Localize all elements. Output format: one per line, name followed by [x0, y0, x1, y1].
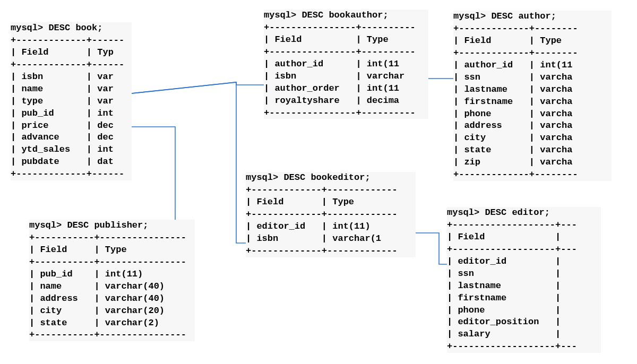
table-row: | editor_id |: [447, 256, 601, 268]
separator: +-------------+------: [11, 59, 132, 71]
table-row: | pub_id | int: [11, 108, 132, 120]
table-row: | firstname |: [447, 292, 601, 305]
table-row: | firstname | varcha: [453, 96, 612, 108]
separator: +----------------+----------: [264, 107, 428, 119]
table-row: | ssn |: [447, 268, 601, 280]
table-row: | state | varchar(2): [29, 317, 195, 330]
table-row: | city | varchar(20): [29, 305, 195, 317]
table-row: | author_id | int(11: [264, 58, 428, 71]
table-row: | royaltyshare | decima: [264, 95, 428, 107]
table-row: | pubdate | dat: [11, 156, 132, 168]
table-row: | isbn | var: [11, 71, 132, 83]
table-row: | editor_position |: [447, 316, 601, 328]
table-row: | isbn | varchar(1: [246, 233, 416, 245]
er-diagram: mysql> DESC book;+-------------+------| …: [0, 0, 637, 364]
relationship-line: [132, 82, 264, 93]
table-bookeditor: mysql> DESC bookeditor;+-------------+--…: [246, 172, 416, 257]
header-row: | Field |: [447, 231, 601, 244]
separator: +-------------+------: [11, 34, 132, 47]
table-publisher: mysql> DESC publisher;+-----------+-----…: [29, 220, 195, 341]
separator: +----------------+----------: [264, 22, 428, 34]
table-row: | type | var: [11, 96, 132, 108]
separator: +-------------+--------: [453, 47, 612, 59]
table-row: | address | varcha: [453, 120, 612, 132]
mysql-command: mysql> DESC editor;: [447, 207, 601, 219]
header-row: | Field | Typ: [11, 47, 132, 59]
mysql-command: mysql> DESC book;: [11, 22, 132, 34]
separator: +-----------+----------------: [29, 232, 195, 244]
table-row: | phone |: [447, 305, 601, 317]
mysql-command: mysql> DESC publisher;: [29, 220, 195, 232]
table-row: | price | dec: [11, 120, 132, 132]
table-row: | ytd_sales | int: [11, 144, 132, 156]
separator: +-------------+--------: [453, 23, 612, 35]
separator: +-------------+--------: [453, 169, 612, 181]
table-row: | name | var: [11, 83, 132, 96]
table-row: | state | varcha: [453, 144, 612, 157]
table-row: | name | varchar(40): [29, 281, 195, 293]
separator: +-------------------+---: [447, 219, 601, 231]
separator: +----------------+----------: [264, 46, 428, 58]
separator: +-------------+-------------: [246, 184, 416, 196]
table-row: | lastname |: [447, 280, 601, 292]
table-row: | ssn | varcha: [453, 72, 612, 84]
table-row: | lastname | varcha: [453, 84, 612, 96]
table-bookauthor: mysql> DESC bookauthor;+----------------…: [264, 10, 428, 119]
table-row: | address | varchar(40): [29, 293, 195, 305]
table-row: | author_id | int(11: [453, 59, 612, 72]
table-author: mysql> DESC author;+-------------+------…: [453, 11, 612, 181]
relationship-line: [132, 82, 246, 243]
table-row: | pub_id | int(11): [29, 268, 195, 281]
relationship-line: [416, 233, 451, 264]
separator: +-------------------+---: [447, 341, 601, 353]
table-row: | salary |: [447, 328, 601, 341]
separator: +-----------+----------------: [29, 329, 195, 341]
separator: +-------------------+---: [447, 244, 601, 256]
table-row: | advance | dec: [11, 132, 132, 144]
table-row: | zip | varcha: [453, 157, 612, 169]
separator: +-------------+------: [11, 168, 132, 180]
table-row: | editor_id | int(11): [246, 221, 416, 233]
table-row: | phone | varcha: [453, 108, 612, 120]
header-row: | Field | Type: [453, 35, 612, 47]
header-row: | Field | Type: [29, 244, 195, 256]
separator: +-----------+----------------: [29, 256, 195, 268]
separator: +-------------+-------------: [246, 245, 416, 257]
mysql-command: mysql> DESC bookeditor;: [246, 172, 416, 184]
table-row: | city | varcha: [453, 132, 612, 144]
header-row: | Field | Type: [264, 34, 428, 46]
mysql-command: mysql> DESC author;: [453, 11, 612, 23]
table-book: mysql> DESC book;+-------------+------| …: [11, 22, 132, 180]
table-row: | isbn | varchar: [264, 71, 428, 83]
separator: +-------------+-------------: [246, 209, 416, 221]
table-row: | author_order | int(11: [264, 83, 428, 95]
mysql-command: mysql> DESC bookauthor;: [264, 10, 428, 22]
table-editor: mysql> DESC editor;+-------------------+…: [447, 207, 601, 353]
header-row: | Field | Type: [246, 196, 416, 209]
